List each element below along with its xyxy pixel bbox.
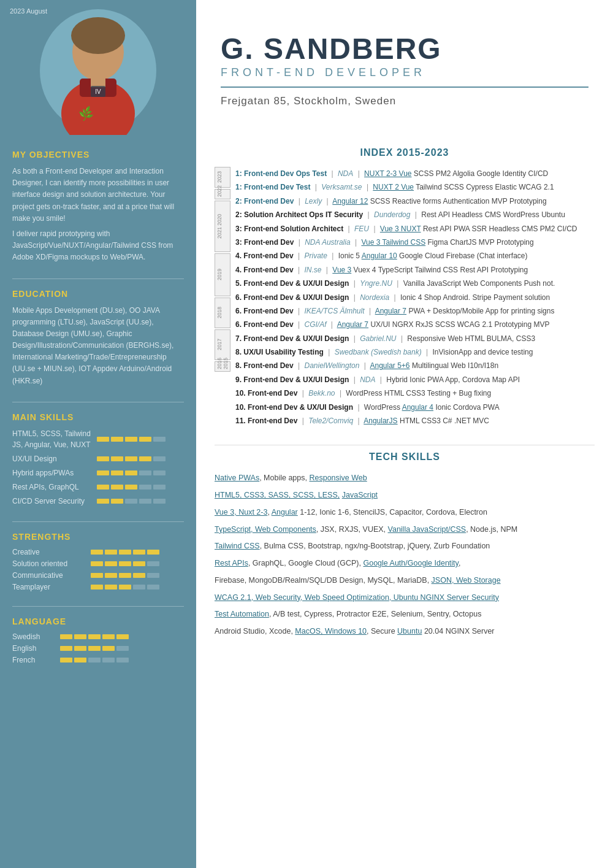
- strengths-title: STRENGTHS: [12, 532, 184, 542]
- index-section: INDEX 2015-2023 2023 2022 2021 2020 2019…: [215, 147, 595, 428]
- strengths-section: STRENGTHS Creative Solution oriented: [12, 532, 184, 591]
- education-title: EDUCATION: [12, 289, 184, 299]
- entry-11: 6. Front-end Dev | IKEA/TCS Älmhult | An…: [235, 304, 595, 318]
- bar-seg: [125, 456, 137, 461]
- lang-label-3: French: [12, 656, 55, 664]
- strength-row-4: Teamplayer: [12, 583, 184, 591]
- bar-seg-empty: [153, 499, 166, 504]
- date-label: 2023 August: [10, 7, 47, 15]
- skill-label-1: HTML5, SCSS, TailwindJS, Angular, Vue, N…: [12, 428, 92, 450]
- year-tag-2022: 2022: [215, 189, 230, 199]
- skills-section: MAIN SKILLS HTML5, SCSS, TailwindJS, Ang…: [12, 412, 184, 507]
- skill-label-5: CI/CD Server Security: [12, 496, 92, 507]
- tech-line-4: TypeScript, Web Components, JSX, RXJS, V…: [215, 523, 595, 537]
- entry-18: 10. Front-end Dev & UX/UI Design | WordP…: [235, 401, 595, 414]
- entry-8: 4. Front-end Dev | IN.se | Vue 3 Vuex 4 …: [235, 263, 595, 277]
- year-tag-2018: 2018: [215, 298, 230, 328]
- tech-line-9: Test Automation, A/B test, Cypress, Prot…: [215, 607, 595, 622]
- objectives-text2: I deliver rapid prototyping with JavaScr…: [12, 228, 184, 264]
- entry-5: 3: Front-end Solution Architect | FEU | …: [235, 222, 595, 236]
- bar-seg: [97, 470, 109, 475]
- bar-seg: [111, 437, 123, 442]
- lang-bar-1: [60, 634, 129, 639]
- entry-1: 1: Front-end Dev Ops Test | NDA | NUXT 2…: [235, 167, 595, 180]
- bar-seg-empty: [153, 470, 166, 475]
- entry-13: 7. Front-end Dev & UX/UI Design | Gabrie…: [235, 332, 595, 345]
- tech-line-6: Rest APIs, GraphQL, Google Cloud (GCP), …: [215, 556, 595, 571]
- entry-12: 6. Front-end Dev | CGI/Af | Angular 7 UX…: [235, 318, 595, 331]
- language-section: LANGUAGE Swedish English: [12, 616, 184, 664]
- divider-1: [12, 278, 184, 279]
- tech-line-1: Native PWAs, Mobile apps, Responsive Web: [215, 471, 595, 486]
- strength-row-1: Creative: [12, 548, 184, 556]
- bar-seg: [111, 485, 123, 490]
- header-divider: [221, 86, 588, 88]
- strength-bar-4: [91, 585, 159, 590]
- tech-line-2: HTML5, CSS3, SASS, SCSS, LESS, JavaScrip…: [215, 488, 595, 503]
- bar-seg: [97, 456, 109, 461]
- entry-3: 2: Front-end Dev | Lexly | Angular 12 SC…: [235, 194, 595, 208]
- main-layout: MY OBJECTIVES As both a Front-end Develo…: [0, 135, 613, 868]
- strength-row-3: Communicative: [12, 571, 184, 580]
- job-title: FRONT-END DEVELOPER: [221, 66, 588, 79]
- skill-bar-4: [97, 485, 166, 490]
- skill-row-5: CI/CD Server Security: [12, 496, 184, 507]
- skill-row-4: Rest APIs, GraphQL: [12, 482, 184, 493]
- tech-line-3: Vue 3, Nuxt 2-3, Angular 1-12, Ionic 1-6…: [215, 505, 595, 520]
- entry-10: 6. Front-end Dev & UX/UI Design | Nordex…: [235, 291, 595, 304]
- bar-seg-empty: [139, 470, 151, 475]
- tech-line-5: Tailwind CSS, Bulma CSS, Bootstrap, ngx/…: [215, 539, 595, 554]
- address: Frejgatan 85, Stockholm, Sweden: [221, 95, 588, 107]
- tech-line-7: Firebase, MongoDB/Realm/SQL/DB Design, M…: [215, 574, 595, 588]
- education-section: EDUCATION Mobile Apps Development (DU.se…: [12, 289, 184, 387]
- tech-skills-content: Native PWAs, Mobile apps, Responsive Web…: [215, 471, 595, 639]
- year-tag-2023: 2023: [215, 167, 230, 188]
- tech-line-10: Android Studio, Xcode, MacOS, Windows 10…: [215, 624, 595, 639]
- strength-label-2: Solution oriented: [12, 559, 86, 568]
- objectives-section: MY OBJECTIVES As both a Front-end Develo…: [12, 150, 184, 264]
- bar-seg: [125, 470, 137, 475]
- bar-seg: [97, 499, 109, 504]
- bar-seg: [111, 499, 123, 504]
- content-area: INDEX 2015-2023 2023 2022 2021 2020 2019…: [196, 135, 613, 868]
- skill-row-1: HTML5, SCSS, TailwindJS, Angular, Vue, N…: [12, 428, 184, 450]
- lang-row-2: English: [12, 644, 184, 653]
- entry-6: 3: Front-end Dev | NDA Australia | Vue 3…: [235, 236, 595, 249]
- education-text: Mobile Apps Development (DU.se), OO JAVA…: [12, 305, 184, 387]
- year-tag-2019: 2019: [215, 253, 230, 296]
- strength-bar-1: [91, 550, 159, 555]
- strength-label-3: Communicative: [12, 571, 86, 580]
- header-right: G. SANDBERG FRONT-END DEVELOPER Frejgata…: [196, 0, 613, 135]
- strength-row-2: Solution oriented: [12, 559, 184, 568]
- skill-row-2: UX/UI Design: [12, 453, 184, 464]
- skill-row-3: Hybrid apps/PWAs: [12, 467, 184, 478]
- skill-bar-3: [97, 470, 166, 475]
- lang-label-1: Swedish: [12, 632, 55, 641]
- entries-column: 1: Front-end Dev Ops Test | NDA | NUXT 2…: [230, 167, 595, 428]
- year-column: 2023 2022 2021 2020 2019 2018 2017 2016 …: [215, 167, 230, 428]
- bar-seg: [139, 437, 151, 442]
- bar-seg-empty: [139, 485, 151, 490]
- bar-seg-empty: [153, 437, 166, 442]
- skill-bar-2: [97, 456, 166, 461]
- bar-seg: [97, 437, 109, 442]
- index-title: INDEX 2015-2023: [215, 147, 595, 158]
- strength-label-4: Teamplayer: [12, 583, 86, 591]
- bar-seg: [125, 485, 137, 490]
- bar-seg-empty: [153, 456, 166, 461]
- header-left: 2023 August IV 🌿: [0, 0, 196, 135]
- person-name: G. SANDBERG: [221, 34, 588, 64]
- entry-9: 5. Front-end Dev & UX/UI Design | Yngre.…: [235, 277, 595, 290]
- profile-photo: IV 🌿: [0, 6, 196, 135]
- entry-2: 1: Front-end Dev Test | Verksamt.se | NU…: [235, 180, 595, 194]
- skill-label-4: Rest APIs, GraphQL: [12, 482, 92, 493]
- lang-label-2: English: [12, 644, 55, 653]
- svg-text:IV: IV: [95, 88, 101, 95]
- svg-point-2: [71, 17, 125, 54]
- section-divider: [215, 445, 595, 445]
- bar-seg: [139, 456, 151, 461]
- objectives-title: MY OBJECTIVES: [12, 150, 184, 159]
- language-title: LANGUAGE: [12, 616, 184, 626]
- skill-label-3: Hybrid apps/PWAs: [12, 467, 92, 478]
- tech-skills-section: TECH SKILLS Native PWAs, Mobile apps, Re…: [215, 451, 595, 639]
